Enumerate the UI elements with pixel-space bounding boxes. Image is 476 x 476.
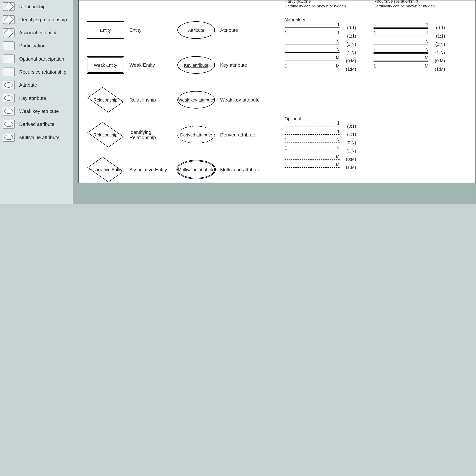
ellipse-icon xyxy=(3,94,15,102)
sidebar-item-label: Identifying relationship xyxy=(19,17,67,22)
cardinality-line: M(0:M) xyxy=(285,159,340,160)
shape-label: Associative Entity xyxy=(129,167,177,172)
cardinality-line: 1N(1:N) xyxy=(374,52,428,53)
diamond-icon xyxy=(3,15,15,24)
cardinality-line: 1(0:1) xyxy=(374,28,428,28)
sidebar-item-label: Key attribute xyxy=(19,95,46,101)
mandatory-participation-lines: 1(0:1) 11(1:1) N(0:N) 1N(1:N) M(0:M) 1M(… xyxy=(285,28,340,77)
cardinality-line: 11(1:1) xyxy=(374,36,428,36)
sidebar-item[interactable]: Optional participation xyxy=(0,52,73,65)
identifying-relationship-shape: Relationship xyxy=(87,124,124,146)
shape-label: Entity xyxy=(129,28,177,33)
entity-shape: Entity xyxy=(87,21,124,39)
ellipse-icon xyxy=(3,107,15,116)
cardinality-line: 1(0:1) xyxy=(285,28,340,28)
top-stencil-sidebar: Relationship Identifying relationship As… xyxy=(0,0,73,204)
sidebar-item-label: Optional participation xyxy=(19,56,64,61)
diamond-icon xyxy=(3,2,15,11)
sidebar-item[interactable]: Attribute xyxy=(0,78,73,91)
cardinality-line: M(0:M) xyxy=(285,61,340,61)
cardinality-line: 1N(0:N) xyxy=(285,142,340,143)
cardinality-line: 11(1:1) xyxy=(285,36,340,36)
relationship-shape: Relationship xyxy=(87,89,124,111)
top-app-panel: Relationship Identifying relationship As… xyxy=(0,0,476,204)
sidebar-item[interactable]: Recursive relationship xyxy=(0,66,73,78)
attr-label: Derived attribute xyxy=(220,132,268,137)
sidebar-item[interactable]: Weak key attribute xyxy=(0,105,73,118)
shape-label: Relationship xyxy=(129,97,177,102)
cardinality-line: 11(1:1) xyxy=(285,134,340,135)
shape-label: Weak Entity xyxy=(129,62,177,68)
ellipse-icon xyxy=(3,120,15,129)
canvas-row: Associative Entity Associative Entity Mu… xyxy=(79,152,476,183)
sidebar-item-label: Weak key attribute xyxy=(19,109,59,114)
line-icon xyxy=(3,68,15,76)
sidebar-item[interactable]: Participation xyxy=(0,39,73,52)
participations-header: ParticipationsCardinality can be shown o… xyxy=(285,0,346,8)
cardinality-line: 1N(1:N) xyxy=(285,151,340,151)
sidebar-item[interactable]: Derived attribute xyxy=(0,118,73,131)
sidebar-item-label: Multivalue attribute xyxy=(19,135,59,140)
key-attribute-shape: Key attribute xyxy=(177,56,215,74)
sidebar-item-label: Associative entity xyxy=(19,30,56,35)
weak-entity-shape: Weak Entity xyxy=(87,56,124,74)
line-icon xyxy=(3,41,15,50)
sidebar-item-label: Participation xyxy=(19,43,46,48)
sidebar-item-label: Recursive relationship xyxy=(19,69,66,75)
top-canvas[interactable]: ParticipationsCardinality can be shown o… xyxy=(78,0,476,183)
cardinality-line: N(0:N) xyxy=(374,44,428,44)
attr-label: Weak key attribute xyxy=(220,97,268,102)
mandatory-label: Mandatory xyxy=(285,17,305,22)
recursive-participation-lines: 1(0:1) 11(1:1) N(0:N) 1N(1:N) M(0:M) 1M(… xyxy=(374,28,428,77)
shape-label: Identifying Relationship xyxy=(129,129,177,140)
ellipse-icon xyxy=(3,133,15,142)
multivalue-attribute-shape: Multivalue attribute xyxy=(177,161,215,178)
cardinality-line: 1N(1:N) xyxy=(285,52,340,53)
attribute-shape: Attribute xyxy=(177,21,215,39)
sidebar-item-label: Attribute xyxy=(19,82,37,87)
sidebar-item[interactable]: Associative entity xyxy=(0,26,73,39)
sidebar-item-label: Relationship xyxy=(19,4,46,9)
cardinality-line: M(0:M) xyxy=(374,61,428,61)
derived-attribute-shape: Derived attribute xyxy=(177,126,215,143)
sidebar-item[interactable]: Key attribute xyxy=(0,91,73,104)
sidebar-item[interactable]: Multivalue attribute xyxy=(0,131,73,144)
cardinality-line: 1(0:1) xyxy=(285,126,340,126)
associative-entity-shape: Associative Entity xyxy=(87,159,124,180)
sidebar-item[interactable]: Relationship xyxy=(0,0,73,13)
recursive-header: Recursive RelationshipCardinality can be… xyxy=(374,0,435,8)
sidebar-item-label: Derived attribute xyxy=(19,122,54,127)
cardinality-line: 1M(1:M) xyxy=(374,69,428,69)
cardinality-line: N(0:N) xyxy=(285,44,340,44)
diamond-icon xyxy=(3,28,15,37)
sidebar-item[interactable]: Identifying relationship xyxy=(0,13,73,26)
attr-label: Multivalue attribute xyxy=(220,167,268,172)
optional-participation-lines: 1(0:1) 11(1:1) 1N(0:N) 1N(1:N) M(0:M) 1M… xyxy=(285,126,340,175)
canvas-row: Relationship Identifying Relationship De… xyxy=(79,117,476,152)
ellipse-icon xyxy=(3,81,15,89)
optional-label: Optional xyxy=(285,116,301,121)
line-icon xyxy=(3,54,15,63)
canvas-row: Relationship Relationship Weak key attri… xyxy=(79,82,476,117)
cardinality-line: 1M(1:M) xyxy=(285,167,340,168)
attr-label: Key attribute xyxy=(220,62,268,68)
cardinality-line: 1M(1:M) xyxy=(285,69,340,69)
weak-key-attribute-shape: Weak key attribute xyxy=(177,91,215,109)
attr-label: Attribute xyxy=(220,28,268,33)
